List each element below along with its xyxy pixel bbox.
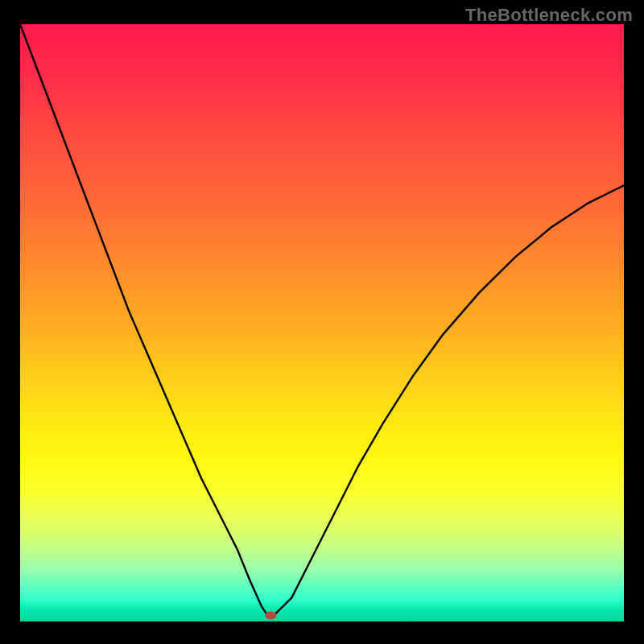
bottleneck-curve (20, 24, 624, 616)
watermark-text: TheBottleneck.com (465, 5, 633, 26)
plot-area (20, 24, 624, 621)
minimum-marker (265, 612, 276, 620)
chart-container: TheBottleneck.com (0, 0, 644, 644)
curve-svg (20, 24, 624, 621)
